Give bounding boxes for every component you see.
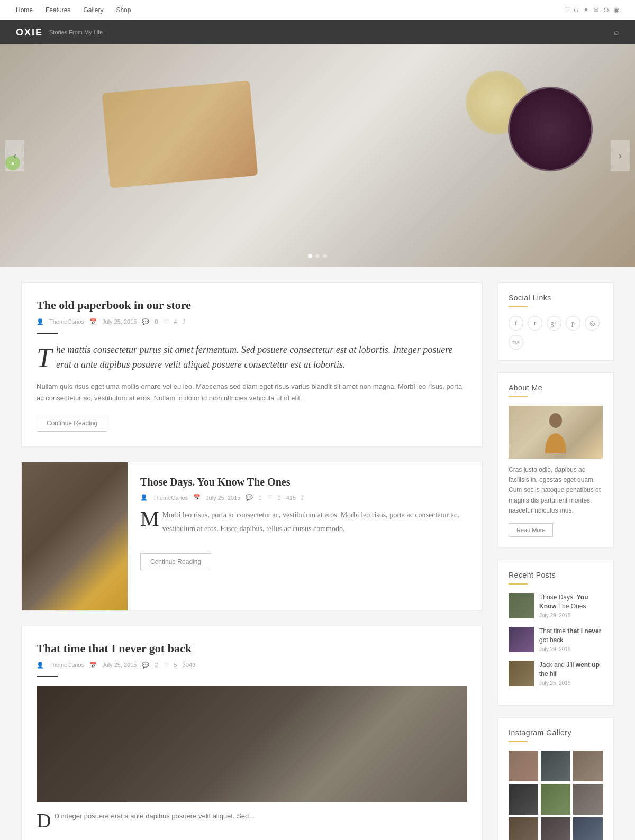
recent-post-thumb-1 <box>509 593 534 618</box>
recent-post-item-3: Jack and Jill went up the hill July 25, … <box>509 661 603 686</box>
recent-posts-title: Recent Posts <box>509 571 603 579</box>
search-icon[interactable]: ⌕ <box>614 28 619 37</box>
post-1-comments-icon: 💬 <box>142 318 149 325</box>
instagram-title: Instagram Gallery <box>509 728 603 737</box>
site-name: OXIE <box>16 27 43 38</box>
post-3-image <box>37 686 467 802</box>
recent-post-date-1: July 29, 2015 <box>539 613 603 618</box>
post-card-1: The old paperbook in our store 👤 ThemeCa… <box>21 282 483 447</box>
facebook-icon[interactable]: f <box>509 316 523 331</box>
recent-post-title-2[interactable]: That time that I never got back <box>539 627 603 645</box>
twitter-social-icon[interactable]: t <box>528 316 542 331</box>
top-navigation: Home Features Gallery Shop 𝕋 G ✦ ✉ ⊙ ◉ <box>0 0 635 20</box>
site-tagline: Stories From My Life <box>49 29 103 35</box>
recent-post-date-3: July 25, 2015 <box>539 680 603 686</box>
post-2-likes: 0 <box>278 495 281 501</box>
instagram-item-6[interactable] <box>573 784 603 815</box>
food-board-decoration <box>102 80 258 188</box>
post-2-title-bold: You Know <box>197 476 244 488</box>
instagram-item-1[interactable] <box>509 751 538 781</box>
post-1-comments: 0 <box>155 318 158 325</box>
post-2-image <box>22 462 128 610</box>
instagram-item-9[interactable] <box>573 817 603 840</box>
post-1-divider <box>37 333 58 334</box>
about-me-widget: About Me Cras justo odio, dapibus ac fac… <box>497 372 614 548</box>
post-2-body: M Morbi leo risus, porta ac consectetur … <box>140 508 469 535</box>
github-icon[interactable]: ⊙ <box>603 6 609 14</box>
about-me-text: Cras justo odio, dapibus ac facilisis in… <box>509 465 603 516</box>
slider-dot-1[interactable] <box>308 254 312 258</box>
instagram-item-4[interactable] <box>509 784 538 815</box>
instagram-item-2[interactable] <box>541 751 570 781</box>
post-3-title-bold: that I never <box>88 642 147 655</box>
slider-prev-button[interactable]: ‹ <box>5 140 24 171</box>
person-silhouette <box>540 411 572 453</box>
recent-post-item-1: Those Days, You Know The Ones July 29, 2… <box>509 593 603 618</box>
pinterest-icon[interactable]: p <box>566 316 580 331</box>
post-3-meta: 👤 ThemeCarios 📅 July 25, 2015 💬 2 ♡ 5 30… <box>37 662 467 669</box>
rss-icon[interactable]: ◉ <box>613 6 619 14</box>
instagram-item-3[interactable] <box>573 751 603 781</box>
instagram-icon[interactable]: ◎ <box>585 316 600 331</box>
post-2-likes-icon: ♡ <box>267 494 273 501</box>
post-1-likes-icon: ♡ <box>164 318 169 325</box>
post-1-author: ThemeCarios <box>49 318 84 325</box>
hero-overlay <box>0 44 635 267</box>
instagram-item-7[interactable] <box>509 817 538 840</box>
instagram-widget: Instagram Gallery <box>497 717 614 840</box>
social-links-title: Social Links <box>509 294 603 302</box>
site-header: OXIE Stories From My Life ⌕ <box>0 20 635 44</box>
recent-post-info-2: That time that I never got back July 29,… <box>539 627 603 652</box>
post-3-body-text: D integer posuere erat a ante dapibus po… <box>54 812 255 820</box>
recent-post-info-3: Jack and Jill went up the hill July 25, … <box>539 661 603 686</box>
recent-post-thumb-2 <box>509 627 534 652</box>
sidebar: Social Links f t g+ p ◎ rss About Me Cra… <box>497 282 614 840</box>
post-2-continue-button[interactable]: Continue Reading <box>140 553 211 570</box>
twitter-icon[interactable]: 𝕋 <box>565 6 570 14</box>
post-3-author: ThemeCarios <box>49 662 84 668</box>
post-2-meta: 👤 ThemeCarios 📅 July 25, 2015 💬 0 ♡ 0 41… <box>140 494 469 501</box>
slider-dot-3[interactable] <box>323 254 327 258</box>
post-3-likes-icon: ♡ <box>164 662 169 669</box>
nav-gallery[interactable]: Gallery <box>83 6 103 14</box>
recent-post-title-1[interactable]: Those Days, You Know The Ones <box>539 593 603 611</box>
post-3-author-icon: 👤 <box>37 662 44 669</box>
google-icon[interactable]: G <box>574 6 579 14</box>
instagram-item-8[interactable] <box>541 817 570 840</box>
post-2-title-end: The Ones <box>244 476 290 488</box>
post-2-share-icon[interactable]: ⤴ <box>301 495 304 501</box>
post-1-author-icon: 👤 <box>37 318 44 325</box>
about-me-image <box>509 406 603 459</box>
nav-features[interactable]: Features <box>46 6 70 14</box>
post-1-continue-button[interactable]: Continue Reading <box>37 415 107 432</box>
post-2-comments-icon: 💬 <box>246 494 253 501</box>
nav-shop[interactable]: Shop <box>116 6 131 14</box>
post-3-views: 3049 <box>183 662 195 668</box>
post-1-likes: 4 <box>174 318 177 325</box>
recent-post-title-3[interactable]: Jack and Jill went up the hill <box>539 661 603 679</box>
post-2-date: July 25, 2015 <box>206 495 240 501</box>
recent-post-item-2: That time that I never got back July 29,… <box>509 627 603 652</box>
about-me-divider <box>509 396 528 397</box>
read-more-button[interactable]: Read More <box>509 523 553 537</box>
google-plus-icon[interactable]: g+ <box>547 316 561 331</box>
rss-social-icon[interactable]: rss <box>509 335 523 350</box>
post-2-author-icon: 👤 <box>140 494 148 501</box>
recent-posts-divider <box>509 583 528 585</box>
post-1-title-bold: old paperbook <box>59 298 131 312</box>
instagram-divider <box>509 741 528 742</box>
post-1-title-plain: The <box>37 298 59 312</box>
slider-next-button[interactable]: › <box>611 140 630 171</box>
top-nav-social: 𝕋 G ✦ ✉ ⊙ ◉ <box>565 6 619 14</box>
nav-home[interactable]: Home <box>16 6 33 14</box>
slider-dot-2[interactable] <box>315 254 320 258</box>
post-1-share-icon[interactable]: ⤴ <box>183 318 186 325</box>
recent-post-thumb-3 <box>509 661 534 686</box>
star-icon[interactable]: ✦ <box>583 6 589 14</box>
post-1-body: Nullam quis risus eget uma mollis ornare… <box>37 381 467 404</box>
site-logo: OXIE Stories From My Life <box>16 27 103 38</box>
social-links-icons: f t g+ p ◎ rss <box>509 316 603 350</box>
mail-icon[interactable]: ✉ <box>593 6 599 14</box>
svg-point-0 <box>549 413 562 428</box>
instagram-item-5[interactable] <box>541 784 570 815</box>
